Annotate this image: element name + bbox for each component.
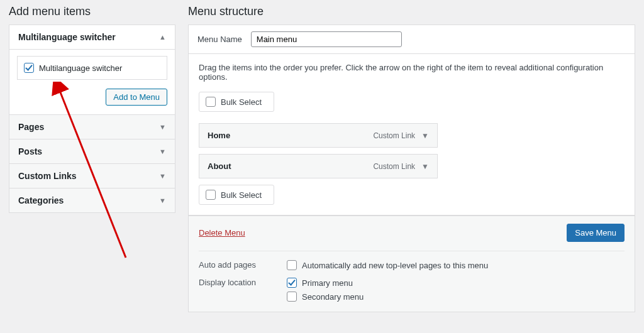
add-menu-items-panel: Multilanguage switcher ▲ Multilanguage s… xyxy=(9,25,175,213)
multilanguage-switcher-option[interactable]: Multilanguage switcher xyxy=(17,56,167,80)
accordion-title: Categories xyxy=(18,195,64,205)
accordion-pages[interactable]: Pages ▼ xyxy=(9,115,175,139)
auto-add-pages-text: Automatically add new top-level pages to… xyxy=(302,261,488,270)
multilanguage-switcher-checkbox[interactable] xyxy=(24,63,34,73)
chevron-up-icon: ▲ xyxy=(159,33,166,41)
display-location-secondary[interactable]: Secondary menu xyxy=(287,292,625,302)
menu-item-about[interactable]: About Custom Link ▼ xyxy=(199,154,438,178)
menu-name-input[interactable] xyxy=(251,31,402,47)
menu-name-label: Menu Name xyxy=(197,35,242,44)
bulk-select-checkbox[interactable] xyxy=(206,97,216,107)
add-to-menu-button[interactable]: Add to Menu xyxy=(106,89,167,106)
menu-item-home[interactable]: Home Custom Link ▼ xyxy=(199,123,438,148)
menu-name-row: Menu Name xyxy=(188,25,635,54)
display-location-primary[interactable]: Primary menu xyxy=(287,278,625,288)
bulk-select-top[interactable]: Bulk Select xyxy=(199,92,274,112)
add-menu-items-heading: Add menu items xyxy=(9,5,175,18)
chevron-down-icon: ▼ xyxy=(159,197,166,204)
display-location-label: Display location xyxy=(199,278,287,302)
chevron-down-icon[interactable]: ▼ xyxy=(421,162,429,171)
primary-menu-text: Primary menu xyxy=(302,278,353,288)
primary-menu-checkbox[interactable] xyxy=(287,278,297,288)
menu-item-type: Custom Link xyxy=(373,162,415,171)
accordion-title: Custom Links xyxy=(18,171,77,181)
menu-item-title: About xyxy=(208,161,231,171)
chevron-down-icon: ▼ xyxy=(159,123,166,131)
chevron-down-icon[interactable]: ▼ xyxy=(421,131,429,140)
save-menu-button[interactable]: Save Menu xyxy=(567,224,625,242)
menu-structure-hint: Drag the items into the order you prefer… xyxy=(199,63,625,82)
secondary-menu-checkbox[interactable] xyxy=(287,292,297,302)
bulk-select-checkbox[interactable] xyxy=(206,190,216,200)
menu-structure-heading: Menu structure xyxy=(188,5,635,18)
accordion-title: Multilanguage switcher xyxy=(18,32,116,42)
accordion-multilanguage-switcher[interactable]: Multilanguage switcher ▲ xyxy=(9,25,175,49)
bulk-select-bottom[interactable]: Bulk Select xyxy=(199,185,274,205)
accordion-title: Posts xyxy=(18,146,42,156)
menu-item-title: Home xyxy=(208,131,230,140)
chevron-down-icon: ▼ xyxy=(159,148,166,155)
accordion-categories[interactable]: Categories ▼ xyxy=(9,188,175,212)
secondary-menu-text: Secondary menu xyxy=(302,292,364,302)
multilanguage-switcher-label: Multilanguage switcher xyxy=(39,63,122,73)
auto-add-pages-checkbox[interactable] xyxy=(287,260,297,270)
bulk-select-label: Bulk Select xyxy=(221,97,262,107)
bulk-select-label: Bulk Select xyxy=(221,190,262,200)
auto-add-pages-label: Auto add pages xyxy=(199,260,287,270)
accordion-custom-links[interactable]: Custom Links ▼ xyxy=(9,164,175,188)
accordion-posts[interactable]: Posts ▼ xyxy=(9,139,175,163)
menu-item-type: Custom Link xyxy=(373,131,415,140)
chevron-down-icon: ▼ xyxy=(159,172,166,180)
auto-add-pages-option[interactable]: Automatically add new top-level pages to… xyxy=(287,260,625,270)
delete-menu-link[interactable]: Delete Menu xyxy=(199,228,245,237)
accordion-title: Pages xyxy=(18,122,44,132)
